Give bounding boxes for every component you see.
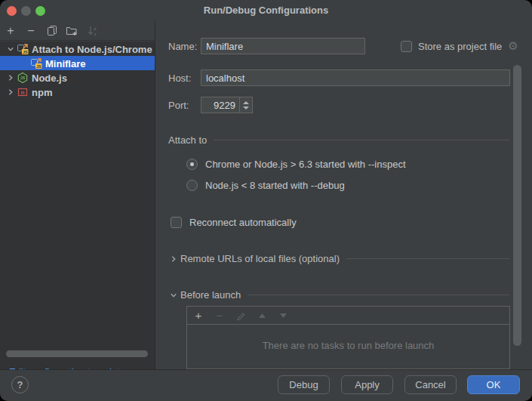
before-launch-title: Before launch (180, 289, 241, 301)
reconnect-label: Reconnect automatically (189, 217, 297, 228)
decrement-icon[interactable] (243, 106, 249, 110)
configurations-sidebar: + − az JS Attach to Node.js/Chrome (0, 21, 155, 369)
ok-button[interactable]: OK (467, 375, 520, 394)
configurations-tree: JS Attach to Node.js/Chrome JS Miniflare… (0, 42, 155, 369)
debug-button[interactable]: Debug (278, 375, 330, 394)
host-label: Host: (168, 72, 191, 84)
npm-icon: n (17, 86, 29, 98)
port-spinner (201, 97, 253, 113)
dialog-footer: ? Debug Apply Cancel OK (0, 369, 532, 401)
chevron-right-icon[interactable] (168, 255, 179, 263)
host-input[interactable] (201, 69, 510, 86)
svg-text:z: z (94, 32, 96, 36)
increment-icon[interactable] (243, 101, 249, 104)
before-launch-toolbar: + − (187, 307, 509, 325)
move-down-icon[interactable] (278, 310, 288, 321)
gear-icon[interactable]: ⚙ (508, 39, 518, 53)
before-launch-empty-text: There are no tasks to run before launch (187, 340, 509, 351)
section-divider (248, 295, 509, 295)
chevron-right-icon[interactable] (5, 74, 17, 82)
cancel-button[interactable]: Cancel (404, 375, 457, 394)
tree-item-label: Attach to Node.js/Chrome (32, 44, 152, 55)
tree-item-label: Node.js (32, 72, 67, 84)
attach-nodejs-icon: JS (30, 57, 42, 69)
remove-task-icon[interactable]: − (214, 310, 225, 321)
store-as-project-file-checkbox[interactable] (401, 41, 412, 52)
svg-text:JS: JS (20, 76, 26, 80)
radio-label: Chrome or Node.js > 6.3 started with --i… (205, 159, 406, 170)
title-bar: Run/Debug Configurations (0, 0, 532, 21)
add-task-icon[interactable]: + (193, 310, 204, 321)
radio-chrome-inspect[interactable]: Chrome or Node.js > 6.3 started with --i… (186, 159, 406, 170)
sort-configurations-icon[interactable]: az (86, 25, 98, 37)
run-debug-configurations-dialog: Run/Debug Configurations + − az JS (0, 0, 532, 401)
configuration-form: Name: Store as project file ⚙ Host: Port… (156, 21, 532, 369)
move-up-icon[interactable] (257, 310, 267, 321)
tree-item-nodejs[interactable]: JS Node.js (0, 70, 155, 85)
section-divider (346, 258, 509, 259)
radio-unselected-icon[interactable] (186, 180, 198, 191)
remove-configuration-icon[interactable]: − (25, 25, 37, 37)
add-configuration-icon[interactable]: + (5, 25, 17, 37)
port-stepper[interactable] (240, 97, 253, 113)
reconnect-checkbox[interactable] (171, 217, 182, 228)
chevron-right-icon[interactable] (5, 88, 17, 96)
reconnect-automatically-row[interactable]: Reconnect automatically (171, 217, 297, 228)
port-input[interactable] (201, 97, 240, 113)
chevron-down-icon[interactable] (168, 291, 179, 299)
svg-text:a: a (94, 26, 97, 31)
tree-item-label: Miniflare (45, 58, 85, 69)
tree-item-attach-to-nodejs-chrome[interactable]: JS Attach to Node.js/Chrome (0, 42, 155, 56)
sidebar-toolbar: + − az (0, 21, 155, 41)
port-label: Port: (168, 100, 189, 111)
name-input[interactable] (201, 38, 365, 54)
store-as-project-file-row: Store as project file ⚙ (401, 39, 518, 53)
attach-to-section-header: Attach to (168, 134, 509, 146)
dialog-title: Run/Debug Configurations (0, 0, 532, 21)
svg-text:JS: JS (36, 64, 42, 69)
radio-label: Node.js < 8 started with --debug (205, 180, 345, 191)
chevron-down-icon[interactable] (5, 45, 17, 53)
name-label: Name: (168, 41, 197, 52)
apply-button[interactable]: Apply (341, 375, 393, 394)
tree-item-label: npm (32, 87, 52, 98)
svg-text:n: n (21, 89, 25, 96)
attach-to-title: Attach to (168, 134, 207, 146)
attach-nodejs-icon: JS (17, 43, 29, 55)
remote-urls-title: Remote URLs of local files (optional) (180, 253, 340, 264)
nodejs-icon: JS (17, 72, 29, 84)
remote-urls-expander[interactable]: Remote URLs of local files (optional) (168, 253, 509, 264)
section-divider (214, 140, 509, 140)
horizontal-scrollbar-thumb[interactable] (6, 350, 148, 357)
before-launch-panel: + − There are no tasks to run before lau… (186, 306, 510, 369)
radio-nodejs-debug[interactable]: Node.js < 8 started with --debug (186, 180, 345, 191)
new-folder-icon[interactable] (66, 25, 78, 37)
copy-configuration-icon[interactable] (45, 25, 57, 37)
tree-item-npm[interactable]: n npm (0, 85, 155, 99)
edit-task-icon[interactable] (235, 310, 246, 321)
radio-selected-icon[interactable] (186, 159, 198, 170)
tree-item-miniflare[interactable]: JS Miniflare (0, 56, 155, 70)
store-as-project-file-label: Store as project file (418, 41, 502, 52)
svg-text:JS: JS (23, 50, 28, 54)
vertical-scrollbar-thumb[interactable] (513, 65, 521, 346)
before-launch-expander[interactable]: Before launch (168, 289, 509, 301)
help-button[interactable]: ? (11, 376, 29, 393)
